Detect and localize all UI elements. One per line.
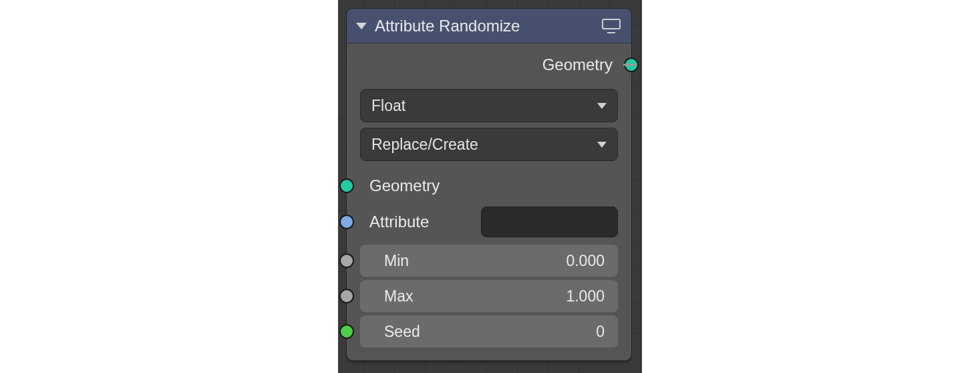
operation-value: Replace/Create (371, 136, 478, 154)
input-socket-min[interactable] (339, 253, 354, 268)
data-type-value: Float (371, 97, 405, 115)
node-title: Attribute Randomize (375, 17, 602, 35)
input-seed-row[interactable]: Seed 0 (360, 316, 618, 348)
attribute-text-field[interactable] (481, 207, 618, 237)
node-header[interactable]: Attribute Randomize (347, 9, 631, 43)
input-min-label: Min (384, 252, 566, 270)
input-min-value: 0.000 (566, 252, 605, 270)
input-seed-label: Seed (384, 323, 596, 341)
node-body: Geometry Float Replace/Create Geometry (347, 43, 631, 360)
chevron-down-icon (597, 103, 607, 109)
output-geometry-row: Geometry (347, 50, 631, 80)
input-min-row[interactable]: Min 0.000 (360, 245, 618, 277)
input-max-row[interactable]: Max 1.000 (360, 280, 618, 312)
operation-dropdown[interactable]: Replace/Create (360, 128, 618, 161)
attribute-randomize-node[interactable]: Attribute Randomize Geometry Float Repla… (346, 8, 632, 361)
link-stub-right (623, 64, 637, 66)
output-geometry-label: Geometry (542, 55, 613, 74)
input-max-label: Max (384, 287, 566, 305)
input-socket-geometry[interactable] (339, 178, 354, 193)
data-type-dropdown[interactable]: Float (360, 89, 618, 122)
preview-toggle-icon[interactable] (602, 19, 621, 33)
input-socket-max[interactable] (339, 289, 354, 303)
input-socket-attribute[interactable] (339, 215, 354, 229)
input-geometry-label: Geometry (369, 176, 440, 195)
collapse-triangle-icon[interactable] (356, 23, 367, 29)
input-attribute-row: Attribute (347, 203, 631, 241)
chevron-down-icon (597, 142, 607, 148)
input-seed-value: 0 (596, 323, 605, 341)
input-geometry-row: Geometry (347, 169, 631, 203)
input-socket-seed[interactable] (339, 324, 354, 339)
node-editor-canvas[interactable]: Attribute Randomize Geometry Float Repla… (338, 0, 642, 373)
input-max-value: 1.000 (566, 287, 605, 305)
input-attribute-label: Attribute (369, 213, 429, 231)
